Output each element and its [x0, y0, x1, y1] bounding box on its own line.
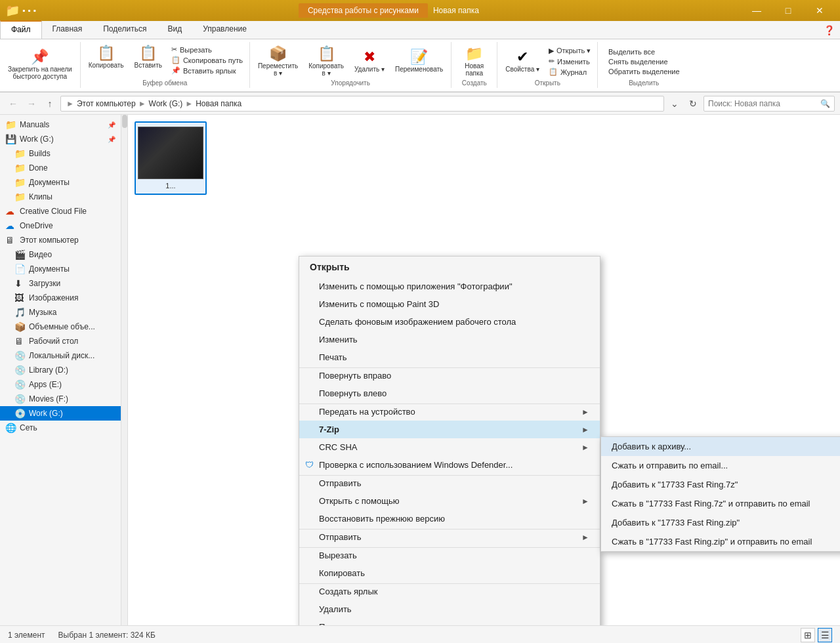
- sidebar-item-builds[interactable]: 📁 Builds: [0, 146, 121, 161]
- help-button[interactable]: ❓: [824, 25, 835, 35]
- maximize-button[interactable]: □: [773, 0, 803, 21]
- submenu-item-add-7z[interactable]: Добавить к "17733 Fast Ring.7z": [601, 475, 840, 494]
- ctx-label-restore: Восстановить прежнюю версию: [319, 514, 445, 524]
- sidebar-item-images[interactable]: 🖼 Изображения: [0, 291, 121, 305]
- sidebar-item-done[interactable]: 📁 Done: [0, 161, 121, 175]
- copy-to-button[interactable]: 📋 Копироватьв ▾: [304, 45, 348, 78]
- sidebar-item-movies-f[interactable]: 💿 Movies (F:): [0, 392, 121, 406]
- ctx-item-create-shortcut[interactable]: Создать ярлык: [299, 583, 600, 600]
- sidebar-item-video[interactable]: 🎬 Видео: [0, 247, 121, 262]
- submenu-item-compress-zip-email[interactable]: Сжать в "17733 Fast Ring.zip" и отправит…: [601, 532, 840, 551]
- search-box[interactable]: 🔍: [704, 96, 835, 112]
- ctx-item-restore[interactable]: Восстановить прежнюю версию: [299, 510, 600, 528]
- ribbon-group-create: 📁 Новаяпапка Создать: [452, 42, 497, 88]
- sidebar-item-library-d[interactable]: 💿 Library (D:): [0, 363, 121, 377]
- sidebar-label-creative-cloud: Creative Cloud File: [20, 207, 87, 216]
- open-button[interactable]: ▶Открыть ▾: [546, 46, 593, 56]
- refresh-button[interactable]: ↻: [685, 96, 701, 112]
- history-button[interactable]: 📋Журнал: [546, 67, 593, 77]
- ctx-item-copy[interactable]: Копировать: [299, 564, 600, 582]
- sidebar-item-3d-objects[interactable]: 📦 Объемные объе...: [0, 320, 121, 334]
- ctx-item-defender[interactable]: 🛡 Проверка с использованием Windows Defe…: [299, 456, 600, 474]
- ctx-item-7zip[interactable]: 7-Zip ►: [299, 421, 600, 438]
- scrollbar[interactable]: [121, 115, 128, 625]
- forward-button[interactable]: →: [24, 96, 39, 112]
- ctx-item-delete[interactable]: Удалить: [299, 600, 600, 618]
- pin-quickaccess-button[interactable]: 📌 Закрепить на панелибыстрого доступа: [4, 49, 76, 81]
- move-to-button[interactable]: 📦 Переместитьв ▾: [254, 45, 302, 78]
- tab-view[interactable]: Вид: [157, 21, 192, 39]
- sidebar-item-work-g[interactable]: 💿 Work (G:): [0, 406, 121, 421]
- ctx-item-open-with[interactable]: Открыть с помощью ►: [299, 492, 600, 510]
- copy-button[interactable]: 📋 Копировать: [85, 45, 128, 70]
- sidebar-item-network[interactable]: 🌐 Сеть: [0, 421, 121, 435]
- sidebar-item-documents-1[interactable]: 📁 Документы: [0, 175, 121, 190]
- tab-home[interactable]: Главная: [42, 21, 93, 39]
- ctx-label-create-shortcut: Создать ярлык: [319, 587, 377, 596]
- sidebar-item-apps-e[interactable]: 💿 Apps (E:): [0, 377, 121, 392]
- paste-button[interactable]: 📋 Вставить: [131, 45, 166, 70]
- sidebar-item-music[interactable]: 🎵 Музыка: [0, 305, 121, 320]
- rename-button[interactable]: 📝 Переименовать: [391, 49, 447, 74]
- 7zip-arrow: ►: [581, 425, 589, 434]
- delete-button[interactable]: ✖ Удалить ▾: [350, 49, 388, 74]
- images-icon: 🖼: [14, 293, 26, 303]
- refresh-dropdown-button[interactable]: ⌄: [667, 96, 682, 112]
- up-button[interactable]: ↑: [42, 96, 58, 112]
- tab-file[interactable]: Файл: [0, 20, 42, 39]
- sidebar-item-this-pc[interactable]: 🖥 Этот компьютер: [0, 233, 121, 247]
- deselect-button[interactable]: Снять выделение: [606, 57, 682, 66]
- ctx-item-open-header[interactable]: Открыть: [299, 257, 600, 278]
- copy-path-button[interactable]: 📋Скопировать путь: [169, 55, 245, 65]
- submenu-item-add-archive[interactable]: Добавить к архиву...: [601, 437, 840, 456]
- ctx-item-cast[interactable]: Передать на устройство ►: [299, 404, 600, 421]
- edit-button[interactable]: ✏Изменить: [546, 56, 593, 66]
- large-icons-view-button[interactable]: ⊞: [801, 628, 815, 642]
- ctx-item-paint3d[interactable]: Изменить с помощью Paint 3D: [299, 295, 600, 313]
- sidebar-item-work-g-pinned[interactable]: 💾 Work (G:) 📌: [0, 132, 121, 146]
- new-folder-button[interactable]: 📁 Новаяпапка: [461, 45, 488, 78]
- ctx-item-cut[interactable]: Вырезать: [299, 547, 600, 564]
- tab-manage[interactable]: Управление: [192, 21, 257, 39]
- breadcrumb-folder[interactable]: Новая папка: [196, 99, 242, 108]
- sidebar-item-desktop[interactable]: 🖥 Рабочий стол: [0, 334, 121, 348]
- submenu-item-compress-7z-email[interactable]: Сжать в "17733 Fast Ring.7z" и отправить…: [601, 494, 840, 513]
- scrollbar-thumb[interactable]: [122, 115, 127, 128]
- ctx-item-print[interactable]: Печать: [299, 348, 600, 366]
- cut-button[interactable]: ✂Вырезать: [169, 45, 245, 54]
- ctx-item-rename[interactable]: Переименовать: [299, 618, 600, 625]
- details-view-button[interactable]: ☰: [818, 628, 832, 642]
- ctx-item-send-to2[interactable]: Отправить ►: [299, 529, 600, 546]
- sidebar-item-downloads[interactable]: ⬇ Загрузки: [0, 276, 121, 291]
- submenu-item-add-zip[interactable]: Добавить к "17733 Fast Ring.zip": [601, 513, 840, 532]
- clipboard-small-btns: ✂Вырезать 📋Скопировать путь 📌Вставить яр…: [169, 45, 245, 75]
- ctx-item-crc[interactable]: CRC SHA ►: [299, 438, 600, 456]
- sidebar-item-local-disk[interactable]: 💿 Локальный диск...: [0, 348, 121, 363]
- ctx-item-edit[interactable]: Изменить: [299, 331, 600, 348]
- back-button[interactable]: ←: [5, 96, 21, 112]
- invert-selection-button[interactable]: Обратить выделение: [606, 67, 682, 76]
- submenu-item-compress-email[interactable]: Сжать и отправить по email...: [601, 456, 840, 475]
- paste-label: Вставить: [135, 62, 162, 69]
- sidebar-item-clips[interactable]: 📁 Клипы: [0, 190, 121, 204]
- sidebar-item-manuals[interactable]: 📁 Manuals 📌: [0, 117, 121, 132]
- ctx-item-rotate-left[interactable]: Повернуть влево: [299, 384, 600, 402]
- ctx-item-wallpaper[interactable]: Сделать фоновым изображением рабочего ст…: [299, 313, 600, 331]
- ctx-item-rotate-right[interactable]: Повернуть вправо: [299, 367, 600, 384]
- select-all-button[interactable]: Выделить все: [606, 47, 682, 56]
- ctx-item-send-to[interactable]: Отправить: [299, 475, 600, 492]
- sidebar-item-documents-2[interactable]: 📄 Документы: [0, 262, 121, 276]
- minimize-button[interactable]: —: [742, 0, 772, 21]
- tab-share[interactable]: Поделиться: [93, 21, 157, 39]
- breadcrumb-computer[interactable]: Этот компьютер: [77, 99, 136, 108]
- paste-shortcut-button[interactable]: 📌Вставить ярлык: [169, 66, 245, 75]
- properties-button[interactable]: ✔ Свойства ▾: [501, 49, 543, 74]
- breadcrumb-drive[interactable]: Work (G:): [149, 99, 183, 108]
- file-item-1[interactable]: 1...: [135, 121, 207, 195]
- sidebar-item-onedrive[interactable]: ☁ OneDrive: [0, 218, 121, 233]
- ctx-item-photos[interactable]: Изменить с помощью приложения "Фотографи…: [299, 278, 600, 295]
- close-button[interactable]: ✕: [805, 0, 835, 21]
- search-input[interactable]: [708, 99, 818, 108]
- sidebar-item-creative-cloud[interactable]: ☁ Creative Cloud File: [0, 204, 121, 218]
- address-path[interactable]: ► Этот компьютер ► Work (G:) ► Новая пап…: [60, 96, 664, 112]
